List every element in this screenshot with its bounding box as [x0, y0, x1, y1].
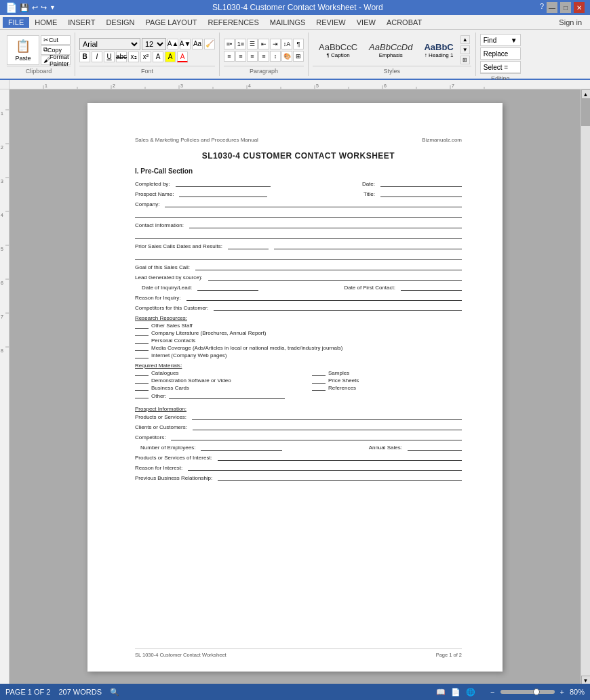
quick-save[interactable]: 💾	[20, 3, 29, 12]
borders-button[interactable]: ⊞	[293, 51, 304, 62]
menu-view[interactable]: VIEW	[351, 17, 381, 28]
font-group: Arial 12 A▲ A▼ Aa 🧹 B I U ab	[75, 33, 220, 76]
contact-info-row: Contact Information:	[135, 222, 462, 228]
menu-references[interactable]: REFERENCES	[203, 17, 264, 28]
scroll-up-button[interactable]: ▲	[581, 89, 591, 99]
document-header: Sales & Marketing Policies and Procedure…	[135, 137, 462, 143]
increase-font-button[interactable]: A▲	[168, 39, 178, 49]
font-family-select[interactable]: Arial	[79, 38, 140, 50]
zoom-out-btn[interactable]: −	[490, 688, 494, 696]
header-left: Sales & Marketing Policies and Procedure…	[135, 137, 258, 143]
sign-in-link[interactable]: Sign in	[553, 17, 587, 28]
menu-acrobat[interactable]: ACROBAT	[381, 17, 427, 28]
scroll-thumb[interactable]	[581, 99, 591, 126]
paragraph-group-label: Paragraph	[224, 66, 304, 75]
rr-checkbox-5	[135, 353, 149, 358]
shading-button[interactable]: 🎨	[281, 51, 292, 62]
styles-scroll-up-button[interactable]: ▲	[460, 35, 470, 44]
prospect-info-heading: Prospect Information:	[135, 406, 462, 412]
decrease-indent-button[interactable]: ⇤	[258, 39, 269, 49]
customize-btn[interactable]: ▼	[50, 4, 56, 11]
competitors-line	[214, 304, 462, 311]
view-web-btn[interactable]: 🌐	[466, 688, 475, 697]
show-formatting-button[interactable]: ¶	[293, 39, 304, 49]
italic-button[interactable]: I	[92, 52, 102, 62]
rm-checkbox-7	[312, 386, 326, 391]
line-spacing-button[interactable]: ↕	[270, 51, 281, 62]
status-right: 📖 📄 🌐 − + 80%	[436, 688, 585, 697]
menu-design[interactable]: DESIGN	[100, 17, 140, 28]
zoom-in-btn[interactable]: +	[560, 688, 564, 696]
view-read-btn[interactable]: 📖	[436, 688, 446, 697]
menu-insert[interactable]: INSERT	[62, 17, 100, 28]
styles-scroll-down-button[interactable]: ▼	[460, 45, 470, 54]
cut-button[interactable]: ✂ Cut	[41, 35, 71, 45]
clients-customers-label: Clients or Customers:	[135, 424, 187, 430]
zoom-thumb[interactable]	[533, 688, 540, 695]
sort-button[interactable]: ↕A	[281, 39, 292, 49]
scroll-track[interactable]	[581, 99, 591, 676]
minimize-button[interactable]: —	[547, 2, 557, 13]
rr-checkbox-4	[135, 346, 149, 351]
word-icon: 📄	[5, 2, 17, 13]
restore-button[interactable]: □	[560, 2, 571, 13]
lead-generated-line	[208, 274, 462, 281]
menu-page-layout[interactable]: PAGE LAYOUT	[140, 17, 203, 28]
replace-button[interactable]: Replace	[480, 47, 521, 60]
styles-expand-button[interactable]: ⊞	[460, 56, 470, 64]
reason-inquiry-label: Reason for Inquiry:	[135, 295, 181, 301]
find-button[interactable]: Find ▼	[480, 34, 521, 46]
clear-format-button[interactable]: 🧹	[204, 39, 215, 49]
decrease-font-button[interactable]: A▼	[180, 39, 191, 49]
document-title: SL1030-4 CUSTOMER CONTACT WORKSHEET	[135, 151, 462, 161]
increase-indent-button[interactable]: ⇥	[270, 39, 281, 49]
style-emphasis[interactable]: AaBbCcDd Emphasis	[364, 36, 417, 64]
align-center-button[interactable]: ≡	[235, 51, 246, 62]
vertical-scrollbar[interactable]: ▲ ▼	[581, 89, 590, 685]
underline-button[interactable]: U	[104, 52, 115, 62]
prospect-info-section: Prospect Information: Products or Servic…	[135, 406, 462, 481]
numbering-button[interactable]: 1≡	[235, 39, 246, 49]
svg-text:5: 5	[316, 83, 319, 88]
style-heading1[interactable]: AaBbC ↑ Heading 1	[419, 36, 458, 64]
text-highlight-button[interactable]: A	[165, 52, 176, 62]
font-color-button[interactable]: A	[177, 52, 188, 62]
subscript-button[interactable]: x₂	[128, 52, 139, 62]
multilevel-list-button[interactable]: ☰	[247, 39, 258, 49]
format-painter-button[interactable]: 🖌 Format Painter	[41, 56, 71, 65]
close-button[interactable]: ✕	[574, 2, 585, 13]
contact-info-line2	[135, 232, 462, 239]
materials-left-col: Catalogues Demonstration Software or Vid…	[135, 370, 285, 400]
select-button[interactable]: Select =	[480, 61, 521, 73]
menu-home[interactable]: HOME	[29, 17, 62, 28]
paste-button[interactable]: 📋 Paste	[7, 35, 39, 65]
redo-btn[interactable]: ↪	[41, 3, 47, 12]
style-caption[interactable]: AaBbCcC ¶ Caption	[314, 36, 362, 64]
date-line	[380, 180, 462, 187]
document-area[interactable]: Sales & Marketing Policies and Procedure…	[9, 89, 581, 685]
ruler-area: 1 2 3 4 5 6 7	[0, 80, 590, 89]
bullets-button[interactable]: ≡•	[224, 39, 235, 49]
menu-review[interactable]: REVIEW	[311, 17, 351, 28]
undo-btn[interactable]: ↩	[32, 3, 38, 12]
change-case-button[interactable]: Aa	[192, 39, 203, 49]
prior-sales-line3	[135, 253, 462, 260]
cut-label: Cut	[49, 37, 58, 43]
text-effects-button[interactable]: A	[153, 52, 163, 62]
zoom-slider[interactable]	[500, 690, 555, 694]
rm-item-5: Samples	[312, 370, 462, 376]
company-row: Company:	[135, 201, 462, 207]
font-size-select[interactable]: 12	[142, 38, 166, 50]
align-left-button[interactable]: ≡	[224, 51, 235, 62]
align-right-button[interactable]: ≡	[247, 51, 258, 62]
superscript-button[interactable]: x²	[140, 52, 151, 62]
help-btn[interactable]: ?	[540, 2, 544, 13]
view-layout-btn[interactable]: 📄	[451, 688, 460, 697]
menu-mailings[interactable]: MAILINGS	[264, 17, 311, 28]
justify-button[interactable]: ≡	[258, 51, 269, 62]
bold-button[interactable]: B	[79, 52, 90, 62]
products-services-row: Products or Services:	[135, 413, 462, 420]
strikethrough-button[interactable]: abc	[116, 52, 127, 62]
menu-file[interactable]: FILE	[3, 17, 29, 28]
other-line	[169, 392, 285, 399]
